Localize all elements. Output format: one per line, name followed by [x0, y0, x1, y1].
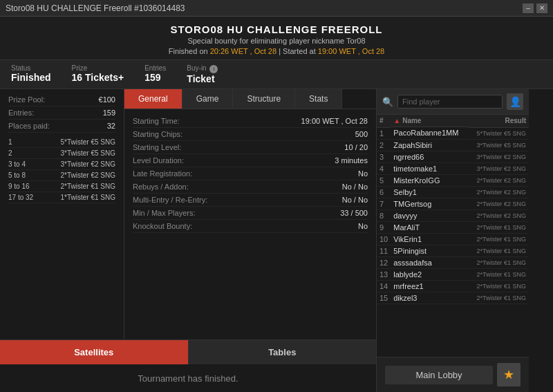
- player-result: 2*Twister €1 SNG: [469, 245, 529, 256]
- info-icon[interactable]: i: [209, 65, 218, 73]
- player-rank: 8: [377, 209, 391, 221]
- player-row: 11 5Piningist 2*Twister €1 SNG: [377, 245, 529, 256]
- player-name: ZapahSibiri: [391, 139, 468, 151]
- star-button[interactable]: ★: [497, 363, 521, 386]
- player-rank: 1: [377, 127, 391, 139]
- minimize-button[interactable]: –: [523, 3, 534, 13]
- buyin-value: Ticket: [187, 73, 218, 84]
- player-row: 13 lablyde2 2*Twister €1 SNG: [377, 268, 529, 280]
- left-top: Prize Pool: €100 Entries: 159 Places pai…: [0, 89, 376, 339]
- right-panel: 🔍 👤 # ▲ Name Res: [377, 89, 529, 392]
- places-paid-label: Places paid:: [8, 122, 50, 130]
- time-info: Finished on 20:26 WET , Oct 28 | Started…: [0, 47, 553, 55]
- tab-general[interactable]: General: [124, 89, 182, 109]
- player-result: 2*Twister €1 SNG: [469, 292, 529, 304]
- player-rank: 12: [377, 256, 391, 268]
- app-window: Storo08 HU CHALLENGE Freeroll #103601448…: [0, 0, 553, 392]
- player-rank: 14: [377, 280, 391, 292]
- entries-label: Entries: [144, 64, 166, 72]
- player-name: 5Piningist: [391, 245, 468, 256]
- player-rank: 5: [377, 174, 391, 186]
- search-bar: 🔍 👤: [377, 89, 529, 115]
- info-row: Starting Level:10 / 20: [133, 141, 368, 154]
- stats-area: Prize Pool: €100 Entries: 159 Places pai…: [0, 89, 124, 339]
- places-paid-row: Places paid: 32: [8, 120, 115, 133]
- info-row: Level Duration:3 minutes: [133, 154, 368, 167]
- info-row: Late Registration:No: [133, 167, 368, 180]
- tabs-bar: General Game Structure Stats: [124, 89, 376, 109]
- place-row: 5 to 82*Twister €2 SNG: [8, 170, 115, 181]
- place-row: 17 to 321*Twister €1 SNG: [8, 192, 115, 203]
- tournament-title: STORO08 HU CHALLENGE FREEROLL: [0, 24, 553, 35]
- player-result: 2*Twister €2 SNG: [469, 186, 529, 198]
- entries-stat-value: 159: [103, 109, 115, 117]
- title-bar: Storo08 HU CHALLENGE Freeroll #103601448…: [0, 0, 553, 17]
- player-name: VikErin1: [391, 233, 468, 245]
- buyin-info: Buy-in i Ticket: [187, 64, 218, 84]
- tab-structure[interactable]: Structure: [233, 89, 295, 109]
- player-row: 3 ngrred66 3*Twister €2 SNG: [377, 151, 529, 162]
- player-row: 7 TMGertsog 2*Twister €2 SNG: [377, 198, 529, 209]
- places-paid-value: 32: [107, 122, 115, 130]
- player-row: 9 MarAliT 2*Twister €1 SNG: [377, 221, 529, 233]
- entries-info: Entries 159: [144, 64, 166, 84]
- main-lobby-button[interactable]: Main Lobby: [385, 366, 493, 384]
- player-name: asssadafsa: [391, 256, 468, 268]
- left-panel: Prize Pool: €100 Entries: 159 Places pai…: [0, 89, 377, 392]
- player-row: 10 VikErin1 2*Twister €1 SNG: [377, 233, 529, 245]
- player-name: MarAliT: [391, 221, 468, 233]
- place-row: 9 to 162*Twister €1 SNG: [8, 181, 115, 192]
- player-row: 15 dikzel3 2*Twister €1 SNG: [377, 292, 529, 304]
- entries-row: Entries: 159: [8, 106, 115, 120]
- player-rank: 4: [377, 162, 391, 174]
- player-result: 2*Twister €1 SNG: [469, 256, 529, 268]
- col-rank: #: [377, 115, 391, 127]
- tab-area: General Game Structure Stats Starting Ti…: [124, 89, 376, 339]
- finished-label: Finished on: [169, 47, 210, 55]
- player-name: ngrred66: [391, 151, 468, 162]
- status-label: Status: [11, 64, 51, 72]
- prize-info: Prize 16 Tickets+: [72, 64, 124, 84]
- player-name: davyyy: [391, 209, 468, 221]
- info-bar: Status Finished Prize 16 Tickets+ Entrie…: [0, 60, 553, 89]
- star-icon: ★: [503, 367, 514, 382]
- tables-button[interactable]: Tables: [188, 340, 377, 364]
- status-value: Finished: [11, 72, 51, 83]
- player-name: lablyde2: [391, 268, 468, 280]
- tab-stats[interactable]: Stats: [295, 89, 342, 109]
- player-name: timetomake1: [391, 162, 468, 174]
- place-row: 3 to 43*Twister €2 SNG: [8, 159, 115, 170]
- satellites-button[interactable]: Satellites: [0, 340, 188, 364]
- player-rank: 7: [377, 198, 391, 209]
- player-result: 2*Twister €1 SNG: [469, 221, 529, 233]
- window-title: Storo08 HU CHALLENGE Freeroll #103601448…: [6, 3, 185, 13]
- player-row: 5 MisterKroIGG 2*Twister €2 SNG: [377, 174, 529, 186]
- places-list: 15*Twister €5 SNG23*Twister €5 SNG3 to 4…: [8, 137, 115, 203]
- bottom-buttons: Satellites Tables: [0, 339, 376, 364]
- player-name: MisterKroIGG: [391, 174, 468, 186]
- player-result: 2*Twister €1 SNG: [469, 233, 529, 245]
- player-result: 2*Twister €1 SNG: [469, 280, 529, 292]
- close-button[interactable]: ✕: [536, 3, 547, 13]
- main-lobby-bar: Main Lobby ★: [377, 357, 529, 392]
- started-time: 19:00 WET , Oct 28: [318, 47, 384, 55]
- sort-arrow-icon: ▲: [393, 117, 400, 124]
- prize-label: Prize: [72, 64, 124, 72]
- place-row: 15*Twister €5 SNG: [8, 137, 115, 148]
- search-icon: 🔍: [382, 97, 393, 107]
- player-result: 2*Twister €1 SNG: [469, 268, 529, 280]
- col-name: ▲ Name: [391, 115, 468, 127]
- players-tbody: 1 PacoRabanne1MM 5*Twister €5 SNG 2 Zapa…: [377, 127, 529, 304]
- find-player-button[interactable]: 👤: [507, 93, 523, 110]
- prize-pool-row: Prize Pool: €100: [8, 93, 115, 106]
- tab-game[interactable]: Game: [182, 89, 234, 109]
- players-table: # ▲ Name Result 1 PacoRabanne1MM 5*Twist…: [377, 115, 529, 357]
- player-rank: 10: [377, 233, 391, 245]
- player-row: 1 PacoRabanne1MM 5*Twister €5 SNG: [377, 127, 529, 139]
- search-input[interactable]: [397, 95, 503, 109]
- window-controls: – ✕: [523, 3, 547, 13]
- finished-message: Tournament has finished.: [0, 364, 376, 392]
- info-row: Starting Time:19:00 WET , Oct 28: [133, 115, 368, 128]
- general-info-list: Starting Time:19:00 WET , Oct 28Starting…: [133, 115, 368, 233]
- tournament-header: STORO08 HU CHALLENGE FREEROLL Special bo…: [0, 17, 553, 60]
